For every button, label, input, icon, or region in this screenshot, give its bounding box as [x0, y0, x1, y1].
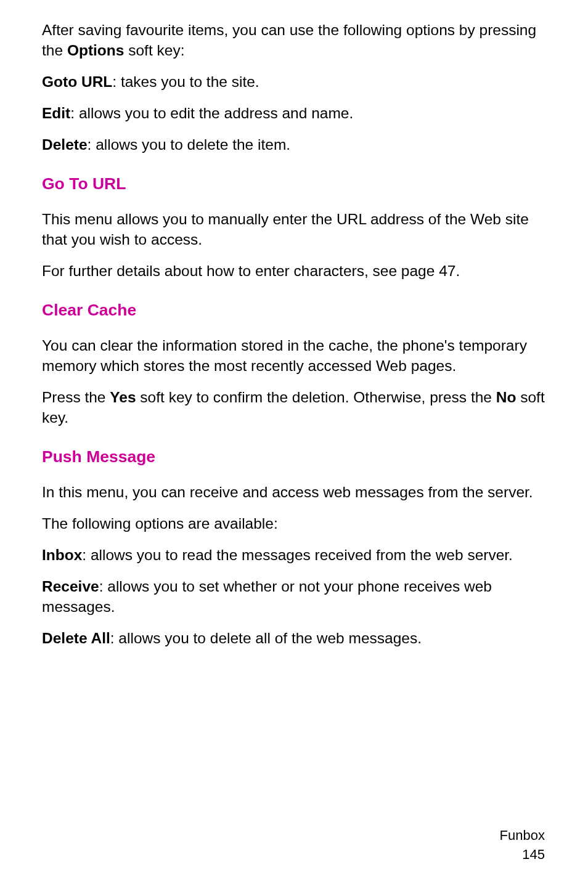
clear-cache-p2c: soft key to confirm the deletion. Otherw… — [136, 389, 496, 405]
inbox-desc: : allows you to read the messages receiv… — [82, 547, 513, 563]
delete-all-option: Delete All: allows you to delete all of … — [42, 628, 546, 648]
delete-all-desc: : allows you to delete all of the web me… — [110, 630, 422, 646]
goto-url-label: Goto URL — [42, 73, 112, 90]
go-to-url-heading: Go To URL — [42, 173, 546, 195]
go-to-url-p1: This menu allows you to manually enter t… — [42, 209, 546, 250]
receive-label: Receive — [42, 578, 99, 595]
delete-desc: : allows you to delete the item. — [88, 136, 291, 153]
delete-option: Delete: allows you to delete the item. — [42, 134, 546, 155]
receive-option: Receive: allows you to set whether or no… — [42, 576, 546, 617]
no-keyword: No — [496, 389, 517, 405]
inbox-option: Inbox: allows you to read the messages r… — [42, 545, 546, 565]
edit-desc: : allows you to edit the address and nam… — [70, 105, 353, 121]
edit-option: Edit: allows you to edit the address and… — [42, 103, 546, 123]
inbox-label: Inbox — [42, 547, 82, 563]
footer-page-number: 145 — [500, 845, 545, 865]
footer-section-name: Funbox — [500, 826, 545, 845]
clear-cache-heading: Clear Cache — [42, 299, 546, 322]
clear-cache-p1: You can clear the information stored in … — [42, 335, 546, 376]
edit-label: Edit — [42, 105, 70, 121]
delete-label: Delete — [42, 136, 88, 153]
intro-text-c: soft key: — [124, 42, 184, 59]
receive-desc: : allows you to set whether or not your … — [42, 578, 492, 615]
yes-keyword: Yes — [110, 389, 136, 405]
push-message-heading: Push Message — [42, 446, 546, 468]
go-to-url-p2: For further details about how to enter c… — [42, 261, 546, 281]
intro-paragraph: After saving favourite items, you can us… — [42, 20, 546, 60]
goto-url-desc: : takes you to the site. — [112, 73, 259, 90]
goto-url-option: Goto URL: takes you to the site. — [42, 71, 546, 92]
options-keyword: Options — [67, 42, 125, 59]
clear-cache-p2a: Press the — [42, 389, 110, 405]
clear-cache-p2: Press the Yes soft key to confirm the de… — [42, 387, 546, 428]
push-message-p2: The following options are available: — [42, 513, 546, 534]
page-footer: Funbox 145 — [500, 826, 545, 865]
push-message-p1: In this menu, you can receive and access… — [42, 482, 546, 502]
document-body: After saving favourite items, you can us… — [42, 20, 546, 648]
delete-all-label: Delete All — [42, 630, 110, 646]
